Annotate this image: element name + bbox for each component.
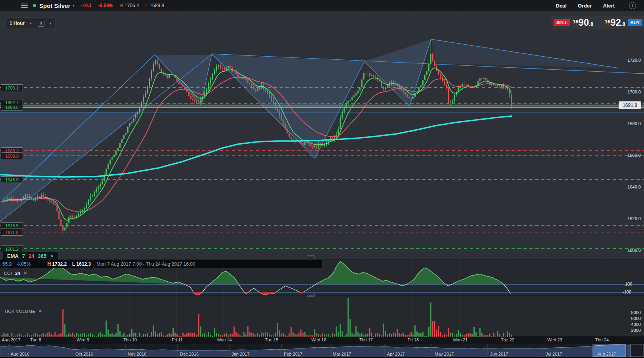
cci-lower-label: -100 — [623, 289, 631, 294]
buy-price: 1692.8 — [605, 18, 625, 27]
chart-canvas[interactable] — [0, 0, 644, 358]
ema24-param: 24 — [29, 253, 34, 259]
navigator-month-label: Feb 2017 — [284, 352, 302, 356]
x-axis-label: Aug 2017 — [2, 337, 20, 342]
timeframe-selector[interactable]: 1 Hour ▾ — [6, 17, 36, 29]
alert-button[interactable]: Alert — [603, 3, 615, 9]
navigator-month-label: Jul 2017 — [546, 352, 562, 356]
x-axis-label: Thu 24 — [595, 337, 609, 342]
navigator-month-label: Apr 2017 — [387, 352, 405, 356]
navigator-month-label: May 2017 — [435, 352, 454, 356]
x-axis-label: Thu 10 — [123, 337, 137, 342]
date-range: Mon 7 Aug 2017 7:00 - Thu 24 Aug 2017 16… — [96, 261, 195, 267]
instrument-title[interactable]: Spot Silver — [39, 2, 70, 9]
cci-panel-header: CCI 24 ✕ — [4, 270, 27, 276]
price-axis-label: 1600.0 — [618, 248, 641, 253]
volume-axis-label: 2000 — [621, 328, 641, 333]
sell-pill: SELL — [554, 19, 570, 26]
price-axis-label: 1720.0 — [618, 58, 641, 63]
cci-upper-label: 100 — [625, 282, 632, 286]
x-axis-label: Thu 17 — [359, 337, 373, 342]
price-axis-label: 1700.0 — [618, 90, 641, 94]
deal-button[interactable]: Deal — [556, 3, 567, 9]
trading-app: Spot Silver ▾ -10.1 -0.59% H1706.4 L1689… — [0, 0, 644, 358]
level-tag[interactable]: 1645.0 — [1, 176, 23, 183]
price-change-pct: -0.59% — [98, 3, 113, 8]
volume-title: TICK VOLUME — [4, 309, 35, 314]
ema7-param: 7 — [22, 253, 25, 259]
buy-pill: BUY — [628, 19, 642, 26]
range-low: L 1612.3 — [72, 261, 91, 267]
order-button[interactable]: Order — [578, 3, 592, 9]
candlestick-chart-icon — [38, 20, 44, 27]
level-tag[interactable]: 1659.8 — [1, 152, 23, 159]
chart-type-selector[interactable]: ▾ — [34, 17, 56, 29]
x-axis-label: Mon 14 — [217, 337, 232, 342]
level-tag[interactable]: 1703.1 — [1, 84, 23, 91]
top-bar: Spot Silver ▾ -10.1 -0.59% H1706.4 L1689… — [0, 0, 644, 11]
status-percent: 4.05% — [17, 261, 31, 267]
x-axis-label: Tue 8 — [30, 337, 41, 342]
cci-period: 24 — [15, 271, 20, 276]
volume-axis-label: 8000 — [621, 310, 641, 315]
status-value: 65.9 — [2, 261, 12, 267]
ema365-param: 365 — [38, 253, 47, 259]
info-icon[interactable]: i — [629, 2, 636, 9]
price-axis-label: 1660.0 — [618, 153, 641, 158]
chevron-down-icon: ▾ — [50, 21, 52, 25]
navigator-month-label: Aug 2017 — [597, 352, 616, 356]
navigator-month-label: Nov 2016 — [128, 352, 146, 356]
current-price-tag: 1691.8 — [619, 101, 641, 109]
navigator-month-label: Jan 2017 — [232, 352, 249, 356]
navigator-month-label: Aug 2016 — [11, 352, 29, 356]
x-axis-label: Mon 21 — [453, 337, 468, 342]
price-axis-label: 1620.0 — [618, 216, 641, 221]
x-axis-label: Wed 9 — [77, 337, 89, 342]
level-tag[interactable]: 1690.8 — [1, 104, 23, 110]
x-axis-label: Fri 11 — [172, 337, 182, 342]
volume-axis-label: 4000 — [621, 322, 641, 327]
volume-panel-header: TICK VOLUME ✕ — [4, 308, 42, 314]
panel-resize-grip[interactable] — [307, 293, 315, 297]
chevron-down-icon[interactable]: ▾ — [73, 4, 75, 8]
close-icon[interactable]: ✕ — [38, 308, 42, 314]
ema-legend[interactable]: EMA 7 24 365 ✕ — [3, 252, 58, 260]
market-open-dot — [33, 4, 36, 7]
status-bar: 65.9 4.05% H 1732.2 L 1612.3 Mon 7 Aug 2… — [0, 260, 322, 268]
range-high: H 1732.2 — [47, 261, 67, 267]
x-axis-label: Wed 16 — [311, 337, 326, 342]
level-tag[interactable]: 1615.5 — [1, 222, 23, 229]
level-tag[interactable]: 1601.2 — [1, 246, 23, 252]
navigator-month-label: Mar 2017 — [333, 352, 351, 356]
cci-title: CCI — [4, 271, 12, 276]
price-axis-label: 1680.0 — [618, 121, 641, 126]
x-axis-label: Tue 22 — [501, 337, 514, 342]
ema-label: EMA — [7, 253, 19, 259]
session-low: L1689.8 — [146, 3, 164, 8]
level-tag[interactable]: 1611.0 — [1, 229, 23, 236]
panel-resize-grip[interactable] — [307, 255, 315, 259]
x-axis-label: Wed 23 — [547, 337, 562, 342]
session-high: H1706.4 — [119, 3, 139, 8]
buy-button[interactable]: 1692.8 BUY — [597, 16, 644, 29]
price-change: -10.1 — [81, 3, 92, 8]
price-axis-label: 1640.0 — [618, 185, 641, 189]
navigator-month-label: Jun 2017 — [490, 352, 508, 356]
x-axis-label: Fri 18 — [408, 337, 419, 342]
chevron-down-icon: ▾ — [30, 21, 32, 25]
x-axis-label: Tue 15 — [265, 337, 278, 342]
navigator-month-label: Dec 2016 — [180, 352, 199, 356]
navigator-month-label: Oct 2016 — [75, 352, 93, 356]
menu-icon[interactable] — [21, 4, 28, 8]
sell-price: 1690.8 — [573, 18, 593, 27]
close-icon[interactable]: ✕ — [23, 270, 27, 276]
sell-button[interactable]: SELL 1690.8 — [551, 16, 599, 29]
volume-axis-label: 6000 — [621, 316, 641, 321]
close-icon[interactable]: ✕ — [50, 253, 54, 259]
